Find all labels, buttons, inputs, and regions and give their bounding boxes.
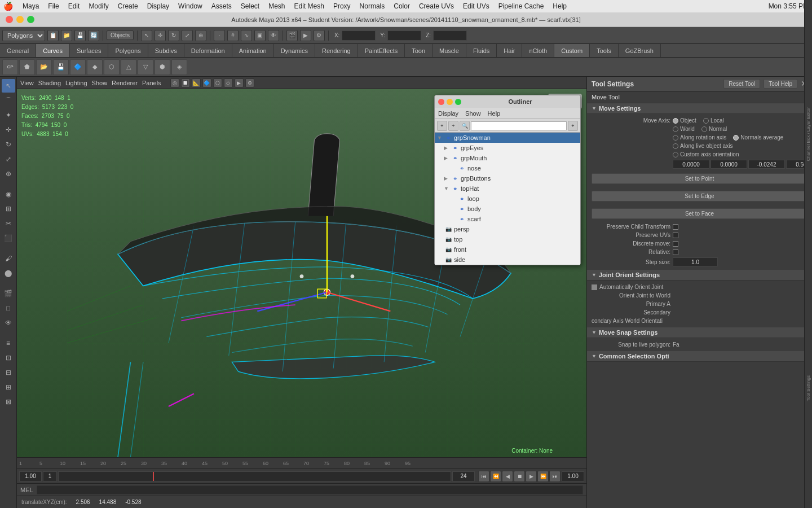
shelf-icon-cp[interactable]: CP: [2, 59, 18, 75]
outliner-item-loop[interactable]: ⚭ loop: [435, 194, 580, 204]
outliner-item-topHat[interactable]: ▼ ⚭ topHat: [435, 183, 580, 194]
toolbar-select-icon[interactable]: ↖: [141, 30, 152, 41]
vp-icon-5[interactable]: ⬡: [213, 78, 222, 87]
shelf-icon-10[interactable]: ◈: [171, 59, 187, 75]
tab-deformation[interactable]: Deformation: [184, 44, 232, 57]
radio-object[interactable]: Object: [673, 117, 696, 124]
outliner-tb-2[interactable]: +: [448, 121, 458, 131]
radio-world[interactable]: World: [673, 126, 695, 132]
play-forward-button[interactable]: ▶: [526, 471, 537, 482]
select-tool-icon[interactable]: ↖: [2, 79, 15, 93]
range-start-input[interactable]: 1.00: [19, 471, 42, 481]
toolbar-rotate-icon[interactable]: ↻: [168, 30, 179, 41]
tool-help-button[interactable]: Tool Help: [764, 79, 797, 89]
joint-orient-section[interactable]: ▼ Joint Orient Settings: [587, 270, 812, 281]
discrete-move-checkbox[interactable]: [673, 241, 678, 247]
tab-gozbrush[interactable]: GoZBrush: [619, 44, 661, 57]
menu-window[interactable]: Window: [174, 1, 206, 11]
step-size-input[interactable]: 1.0: [673, 257, 718, 266]
snap-icon[interactable]: ⊞: [2, 202, 15, 216]
left-extra-5[interactable]: ⊠: [2, 395, 15, 409]
shading-menu[interactable]: Shading: [38, 80, 61, 86]
rotate-tool-icon[interactable]: ↻: [2, 138, 15, 151]
vp-icon-3[interactable]: 📐: [192, 78, 201, 87]
set-to-face-button[interactable]: Set to Face: [592, 208, 807, 219]
menu-pipeline-cache[interactable]: Pipeline Cache: [495, 1, 548, 11]
left-extra-3[interactable]: ⊟: [2, 366, 15, 379]
radio-custom-axis[interactable]: Custom axis orientation: [673, 151, 739, 157]
common-sel-section[interactable]: ▼ Common Selection Opti: [587, 351, 812, 362]
frame-current-input[interactable]: 24: [452, 471, 475, 481]
tab-dynamics[interactable]: Dynamics: [274, 44, 315, 57]
shelf-icon-8[interactable]: ▽: [138, 59, 153, 75]
vp-icon-8[interactable]: ⚙: [245, 78, 254, 87]
outliner-item-top[interactable]: 📷 top: [435, 234, 580, 244]
lasso-tool-icon[interactable]: ⌒: [2, 94, 15, 107]
menu-create-uvs[interactable]: Create UVs: [415, 1, 458, 11]
shelf-icon-6[interactable]: ⬡: [104, 59, 120, 75]
outliner-content[interactable]: ▼ ⚭ grpSnowman ▶ ⚭ grpEyes ▶ ⚭ grpMout: [435, 133, 580, 265]
menu-modify[interactable]: Modify: [85, 1, 112, 11]
outliner-close-button[interactable]: [438, 99, 444, 105]
menu-edit[interactable]: Edit: [64, 1, 84, 11]
left-extra-4[interactable]: ⊞: [2, 380, 15, 394]
menu-edit-uvs[interactable]: Edit UVs: [459, 1, 493, 11]
tab-polygons[interactable]: Polygons: [108, 44, 148, 57]
shelf-icon-4[interactable]: 🔷: [70, 59, 86, 75]
radio-normals-avg[interactable]: Normals average: [733, 134, 783, 141]
menu-edit-mesh[interactable]: Edit Mesh: [290, 1, 328, 11]
view-menu[interactable]: View: [20, 80, 34, 86]
close-button[interactable]: [6, 16, 13, 23]
shelf-icon-3[interactable]: 💾: [53, 59, 69, 75]
channel-box-tab[interactable]: Channel Box / Layer Editor: [806, 107, 811, 161]
outliner-item-body[interactable]: ⚭ body: [435, 204, 580, 214]
menu-assets[interactable]: Assets: [208, 1, 236, 11]
shelf-icon-7[interactable]: △: [121, 59, 136, 75]
vp-icon-4[interactable]: 🔷: [202, 78, 211, 87]
cut-icon[interactable]: ✂: [2, 217, 15, 230]
tab-subdivs[interactable]: Subdivs: [148, 44, 184, 57]
menu-display[interactable]: Display: [143, 1, 173, 11]
panels-menu[interactable]: Panels: [142, 80, 161, 86]
move-tool-icon[interactable]: ✛: [2, 123, 15, 137]
vp-icon-1[interactable]: ◎: [170, 78, 179, 87]
paint-weights-icon[interactable]: ⬤: [2, 266, 15, 280]
soft-select-icon[interactable]: ◉: [2, 187, 15, 201]
outliner-item-persp[interactable]: 📷 persp: [435, 224, 580, 234]
outliner-item-scarf[interactable]: ⚭ scarf: [435, 214, 580, 224]
paint-tool-icon[interactable]: ✦: [2, 108, 15, 122]
outliner-item-grpButtons[interactable]: ▶ ⚭ grpButtons: [435, 173, 580, 183]
menu-normals[interactable]: Normals: [356, 1, 389, 11]
go-end-button[interactable]: ⏭: [549, 471, 561, 482]
outliner-display-menu[interactable]: Display: [438, 110, 458, 117]
vp-icon-2[interactable]: 🔲: [181, 78, 190, 87]
menu-color[interactable]: Color: [390, 1, 414, 11]
shelf-icon-1[interactable]: ⬟: [19, 59, 35, 75]
outliner-item-nose[interactable]: ⚭ nose: [435, 163, 580, 173]
tool-settings-scroll[interactable]: ▼ Move Settings Move Axis: Object Local: [587, 103, 812, 508]
go-start-button[interactable]: ⏮: [478, 471, 489, 482]
outliner-search-icon[interactable]: 🔍: [460, 121, 470, 131]
outliner-tb-1[interactable]: +: [437, 121, 447, 131]
outliner-help-menu[interactable]: Help: [488, 110, 501, 117]
toolbar-snap-point[interactable]: ·: [214, 30, 225, 41]
maximize-button[interactable]: [27, 16, 34, 23]
z-input[interactable]: [433, 30, 467, 41]
value-x-input[interactable]: [673, 160, 709, 169]
transform-tool-icon[interactable]: ⊕: [2, 167, 15, 181]
menu-select[interactable]: Select: [237, 1, 263, 11]
step-back-button[interactable]: ⏪: [490, 471, 501, 482]
tab-painteffects[interactable]: PaintEffects: [358, 44, 405, 57]
toolbar-icon-1[interactable]: 📋: [47, 30, 59, 41]
toolbar-move-icon[interactable]: ✛: [155, 30, 166, 41]
show-menu[interactable]: Show: [92, 80, 108, 86]
radio-along-live[interactable]: Along live object axis: [673, 143, 732, 149]
relative-checkbox[interactable]: [673, 249, 678, 255]
outliner-item-grpEyes[interactable]: ▶ ⚭ grpEyes: [435, 143, 580, 153]
menu-file[interactable]: File: [44, 1, 63, 11]
preserve-child-checkbox[interactable]: [673, 224, 678, 230]
renderer-menu[interactable]: Renderer: [112, 80, 138, 86]
set-to-edge-button[interactable]: Set to Edge: [592, 191, 807, 202]
scale-tool-icon[interactable]: ⤢: [2, 152, 15, 166]
menu-proxy[interactable]: Proxy: [329, 1, 355, 11]
